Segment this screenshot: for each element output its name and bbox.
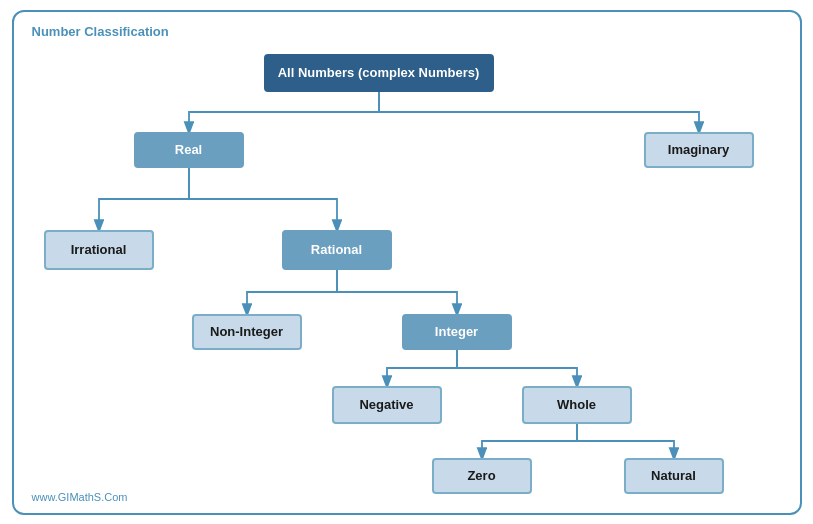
node-non_integer: Non-Integer [192, 314, 302, 350]
watermark: www.GIMathS.Com [32, 491, 128, 503]
node-negative: Negative [332, 386, 442, 424]
node-zero: Zero [432, 458, 532, 494]
node-whole: Whole [522, 386, 632, 424]
node-natural: Natural [624, 458, 724, 494]
node-integer: Integer [402, 314, 512, 350]
node-all_numbers: All Numbers (complex Numbers) [264, 54, 494, 92]
diagram-title: Number Classification [32, 24, 169, 39]
node-irrational: Irrational [44, 230, 154, 270]
node-rational: Rational [282, 230, 392, 270]
node-imaginary: Imaginary [644, 132, 754, 168]
diagram-container: Number Classification www.GIMathS.Com Al… [12, 10, 802, 515]
node-real: Real [134, 132, 244, 168]
